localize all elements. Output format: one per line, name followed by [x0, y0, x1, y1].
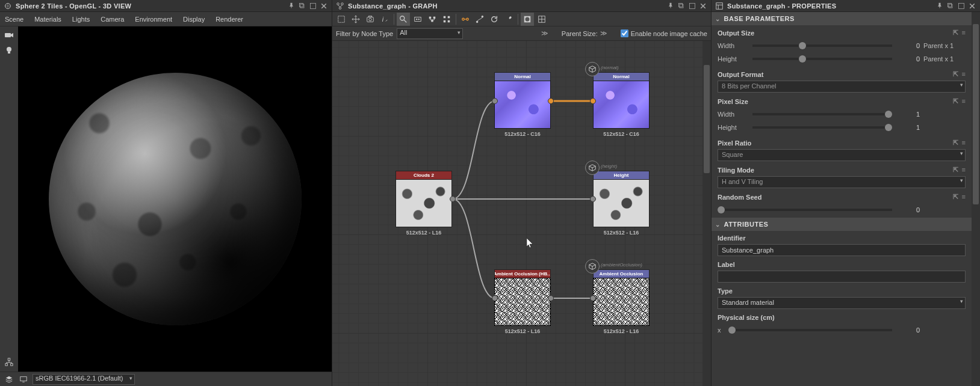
maximize-icon[interactable] — [688, 2, 696, 10]
node-normal[interactable]: Normal 512x512 - C16 — [494, 72, 551, 137]
slider-physical-x[interactable] — [728, 329, 892, 331]
node-input-port[interactable] — [492, 295, 498, 301]
slider-output-height[interactable] — [752, 58, 892, 60]
view3d-menubar: Scene Materials Lights Camera Environmen… — [0, 12, 332, 26]
snapshot-icon[interactable] — [364, 13, 377, 26]
mask-icon[interactable] — [521, 13, 534, 26]
hierarchy-icon[interactable] — [4, 357, 14, 367]
pin-icon[interactable] — [666, 2, 675, 10]
menu-icon[interactable]: ≡ — [962, 29, 966, 37]
light-icon[interactable] — [4, 46, 14, 55]
graph-canvas[interactable]: Clouds 2 512x512 - L16 Normal 512x512 - … — [332, 41, 711, 386]
node-clouds[interactable]: Clouds 2 512x512 - L16 — [395, 171, 452, 236]
dropdown-type[interactable]: Standard material — [718, 297, 966, 309]
inherit-icon[interactable]: ⇱ — [953, 193, 958, 201]
parent-size-chevron-icon[interactable]: ≫ — [600, 29, 607, 37]
close-icon[interactable] — [699, 2, 707, 10]
node-output-port[interactable] — [548, 98, 554, 104]
chevrons-icon[interactable]: ≫ — [541, 29, 548, 37]
slider-output-width[interactable] — [752, 44, 892, 47]
menu-renderer[interactable]: Renderer — [216, 16, 243, 23]
output-badge-icon[interactable] — [585, 259, 600, 274]
input-identifier[interactable] — [718, 244, 966, 256]
slider-random-seed[interactable] — [718, 209, 892, 211]
node-caption: Normal — [593, 72, 650, 81]
menu-lights[interactable]: Lights — [72, 16, 90, 23]
props-scrollbar[interactable] — [972, 12, 980, 386]
input-label[interactable] — [718, 271, 966, 283]
move-tool-icon[interactable] — [349, 13, 362, 26]
view3d-icon — [4, 2, 12, 10]
group-output-size: Output Size ⇱≡ — [718, 29, 966, 37]
menu-icon[interactable]: ≡ — [962, 70, 966, 78]
menu-environment[interactable]: Environment — [135, 16, 172, 23]
pin-icon[interactable] — [935, 2, 944, 10]
colorspace-dropdown[interactable]: sRGB IEC61966-2.1 (Default) — [33, 374, 135, 385]
node-output-port[interactable] — [450, 196, 456, 202]
menu-materials[interactable]: Materials — [34, 16, 61, 23]
node-ao[interactable]: Ambient Occlusion (HB... 512x512 - L16 — [494, 269, 551, 334]
row-physical-x: x 0 — [718, 323, 966, 337]
monitor-icon[interactable] — [18, 374, 29, 385]
select-tool-icon[interactable] — [335, 13, 348, 26]
node-input-port[interactable] — [590, 295, 596, 301]
refresh-icon[interactable] — [488, 13, 501, 26]
node-ao-output[interactable]: Ambient Occlusion 512x512 - L16 — [593, 269, 650, 334]
menu-icon[interactable]: ≡ — [962, 139, 966, 147]
node-input-port[interactable] — [590, 98, 596, 104]
info-icon[interactable]: i — [378, 13, 391, 26]
menu-display[interactable]: Display — [183, 16, 205, 23]
output-label: (normal) — [601, 65, 619, 70]
inherit-icon[interactable]: ⇱ — [953, 70, 958, 78]
grid-icon[interactable] — [535, 13, 548, 26]
menu-scene[interactable]: Scene — [5, 16, 23, 23]
menu-icon[interactable]: ≡ — [962, 166, 966, 174]
menu-icon[interactable]: ≡ — [962, 97, 966, 105]
node-input-port[interactable] — [590, 196, 596, 202]
output-badge-icon[interactable] — [585, 62, 600, 76]
section-attributes[interactable]: ⌄ ATTRIBUTES — [712, 218, 972, 231]
link-icon[interactable] — [459, 13, 472, 26]
align-icon[interactable] — [426, 13, 439, 26]
popout-icon[interactable] — [298, 2, 306, 10]
dropdown-output-format[interactable]: 8 Bits per Channel — [718, 81, 966, 93]
node-normal-output[interactable]: Normal 512x512 - C16 — [593, 72, 650, 137]
menu-icon[interactable]: ≡ — [962, 193, 966, 201]
slider-pixel-width[interactable] — [752, 113, 892, 115]
node-output-port[interactable] — [548, 295, 554, 301]
menu-camera[interactable]: Camera — [101, 16, 124, 23]
camera-icon[interactable] — [4, 30, 14, 40]
inherit-icon[interactable]: ⇱ — [953, 166, 958, 174]
layers-icon[interactable] — [4, 374, 14, 385]
zoom-icon[interactable] — [397, 13, 410, 26]
inherit-icon[interactable]: ⇱ — [953, 29, 958, 37]
arrange-icon[interactable] — [440, 13, 453, 26]
slider-pixel-height[interactable] — [752, 126, 892, 129]
group-random-seed: Random Seed ⇱≡ — [718, 193, 966, 201]
pin-icon[interactable] — [287, 2, 296, 10]
viewport-3d[interactable] — [18, 26, 332, 372]
wrench-icon[interactable] — [502, 13, 515, 26]
cache-checkbox[interactable] — [621, 29, 628, 37]
cache-checkbox-row[interactable]: Enable node image cache — [621, 29, 707, 37]
route-icon[interactable] — [473, 13, 486, 26]
close-icon[interactable] — [968, 2, 976, 10]
node-height-output[interactable]: Height 512x512 - L16 — [593, 171, 650, 236]
graph-scrollbar[interactable] — [702, 41, 711, 386]
output-badge-icon[interactable] — [585, 161, 600, 175]
close-icon[interactable] — [320, 2, 328, 10]
dropdown-tiling-mode[interactable]: H and V Tiling — [718, 176, 966, 188]
section-base-parameters[interactable]: ⌄ BASE PARAMETERS — [712, 12, 972, 25]
node-input-port[interactable] — [492, 98, 498, 104]
dropdown-pixel-ratio[interactable]: Square — [718, 149, 966, 161]
fit-icon[interactable] — [411, 13, 424, 26]
popout-icon[interactable] — [946, 2, 955, 10]
maximize-icon[interactable] — [957, 2, 966, 10]
svg-rect-4 — [5, 33, 11, 37]
popout-icon[interactable] — [677, 2, 686, 10]
graph-toolbar: i — [332, 12, 711, 26]
inherit-icon[interactable]: ⇱ — [953, 97, 958, 105]
maximize-icon[interactable] — [309, 2, 317, 10]
filter-dropdown[interactable]: All — [397, 28, 463, 39]
inherit-icon[interactable]: ⇱ — [953, 139, 958, 147]
